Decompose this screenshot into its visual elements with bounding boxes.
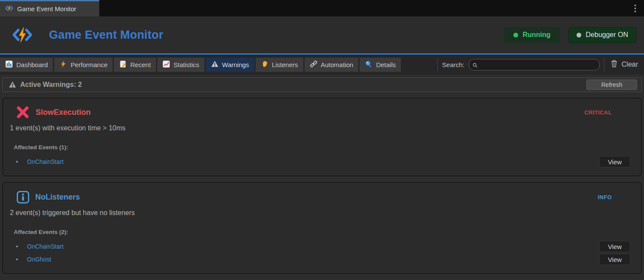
tab-label: Recent	[130, 61, 151, 68]
tab-label: Automation	[321, 61, 354, 68]
tab-label: Statistics	[174, 61, 199, 68]
kebab-menu-icon[interactable]	[626, 0, 644, 16]
event-row: OnChainStart View	[16, 240, 634, 252]
clear-button[interactable]: Clear	[606, 58, 643, 72]
bullet-icon	[16, 243, 21, 250]
cross-icon	[15, 105, 31, 120]
tab-label: Dashboard	[16, 61, 48, 68]
warning-name: NoListeners	[35, 193, 80, 202]
clear-label: Clear	[622, 61, 638, 68]
severity-badge: CRITICAL	[584, 109, 612, 116]
debugger-toggle-badge[interactable]: Debugger ON	[568, 27, 636, 43]
app-logo-icon	[5, 5, 13, 13]
doc-tab-label: Game Event Monitor	[17, 5, 76, 12]
severity-badge: INFO	[598, 194, 612, 200]
tab-listeners[interactable]: Listeners	[256, 58, 303, 72]
running-status-label: Running	[522, 31, 550, 39]
event-link-onchainstart[interactable]: OnChainStart	[27, 158, 64, 165]
gray-dot-icon	[577, 33, 581, 37]
debugger-status-label: Debugger ON	[586, 31, 628, 39]
warning-name: SlowExecution	[36, 108, 91, 117]
info-icon	[16, 191, 30, 204]
page-title: Game Event Monitor	[49, 28, 163, 42]
affected-events-label: Affected Events (2):	[14, 229, 634, 235]
event-link-onchainstart[interactable]: OnChainStart	[27, 243, 64, 250]
affected-events-label: Affected Events (1):	[14, 144, 634, 151]
memo-icon	[119, 60, 127, 69]
warning-icon	[9, 81, 16, 89]
running-status-badge: Running	[504, 27, 560, 43]
chart-up-icon	[162, 60, 170, 69]
warning-icon	[211, 60, 219, 69]
tab-recent[interactable]: Recent	[114, 58, 156, 72]
search-input[interactable]	[469, 59, 600, 71]
event-row: OnGhost View	[16, 253, 634, 265]
ear-icon	[261, 60, 269, 69]
tab-label: Performance	[70, 61, 107, 68]
app-logo-icon	[12, 26, 33, 43]
warning-description: 1 event(s) with execution time > 10ms	[10, 124, 634, 132]
tab-performance[interactable]: Performance	[54, 58, 113, 72]
warning-card-nolisteners: NoListeners INFO 2 event(s) triggered bu…	[2, 182, 642, 274]
green-dot-icon	[513, 33, 518, 37]
link-icon	[310, 60, 317, 69]
bar-chart-icon	[5, 60, 13, 69]
divider	[604, 58, 604, 71]
view-button[interactable]: View	[599, 241, 630, 252]
tab-warnings[interactable]: Warnings	[206, 58, 254, 72]
header: Game Event Monitor Running Debugger ON	[0, 16, 644, 55]
event-link-onghost[interactable]: OnGhost	[27, 256, 51, 263]
tab-statistics[interactable]: Statistics	[157, 58, 204, 72]
warning-card-slowexecution: SlowExecution CRITICAL 1 event(s) with e…	[2, 98, 642, 176]
lightning-icon	[59, 60, 67, 69]
bullet-icon	[16, 158, 21, 165]
tab-label: Warnings	[222, 61, 249, 68]
trash-icon	[610, 60, 618, 69]
divider	[437, 58, 438, 71]
tab-automation[interactable]: Automation	[305, 58, 359, 72]
search-icon	[473, 62, 478, 70]
active-warnings-count: Active Warnings: 2	[20, 81, 82, 89]
tab-dashboard[interactable]: Dashboard	[0, 58, 53, 72]
tab-bar: Dashboard Performance Recent	[0, 55, 644, 74]
magnifier-icon	[365, 60, 372, 69]
view-button[interactable]: View	[599, 156, 630, 167]
tab-label: Listeners	[272, 61, 298, 68]
tab-label: Details	[376, 61, 396, 68]
refresh-button[interactable]: Refresh	[586, 80, 637, 90]
active-warnings-bar: Active Warnings: 2 Refresh	[2, 77, 642, 92]
view-button[interactable]: View	[599, 254, 630, 265]
event-row: OnChainStart View	[16, 156, 634, 168]
search-label: Search:	[442, 61, 464, 68]
doc-tab-game-event-monitor[interactable]: Game Event Monitor	[0, 0, 99, 16]
tab-details[interactable]: Details	[360, 58, 401, 72]
warning-description: 2 event(s) triggered but have no listene…	[10, 209, 634, 217]
bullet-icon	[16, 256, 21, 263]
window-titlebar: Game Event Monitor	[0, 0, 644, 16]
